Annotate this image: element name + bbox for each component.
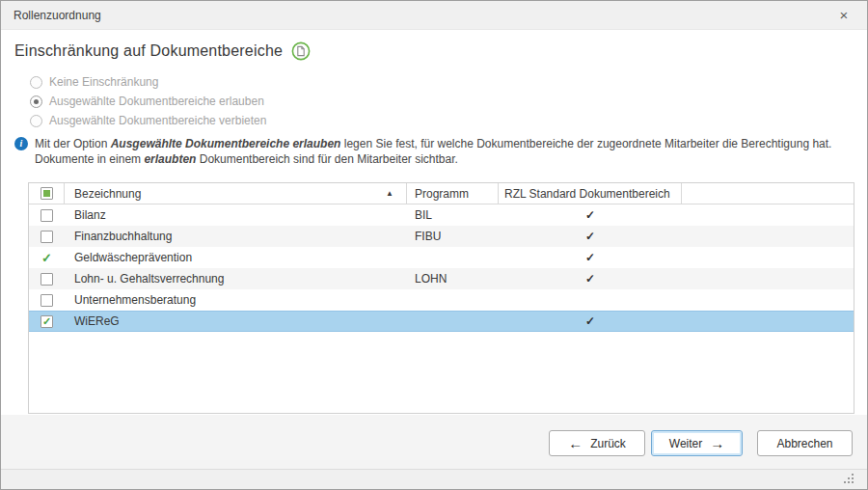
select-all-checkbox[interactable] bbox=[41, 187, 53, 200]
document-circle-icon bbox=[291, 41, 311, 61]
row-bezeichnung: WiEReG bbox=[65, 311, 407, 332]
cancel-button[interactable]: Abbrechen bbox=[757, 430, 853, 456]
row-selection-cell[interactable] bbox=[29, 226, 65, 247]
row-rzl-cell bbox=[499, 289, 682, 311]
row-filler bbox=[682, 268, 854, 289]
rollenzuordnung-dialog: Rollenzuordnung × Einschränkung auf Doku… bbox=[0, 0, 868, 490]
title-bar[interactable]: Rollenzuordnung × bbox=[1, 1, 867, 30]
row-rzl-cell: ✓ bbox=[499, 247, 682, 268]
page-title: Einschränkung auf Dokumentbereiche bbox=[14, 42, 283, 60]
radio-label: Ausgewählte Dokumentbereiche verbieten bbox=[49, 114, 266, 127]
radio-label: Keine Einschränkung bbox=[49, 75, 158, 89]
row-selection-cell[interactable]: ✓ bbox=[29, 247, 65, 268]
back-button[interactable]: ← Zurück bbox=[549, 430, 645, 456]
arrow-right-icon: → bbox=[710, 436, 724, 450]
restriction-radio-group: Keine Einschränkung Ausgewählte Dokument… bbox=[30, 72, 266, 130]
header-filler bbox=[682, 183, 854, 204]
row-checkbox[interactable] bbox=[41, 294, 53, 307]
row-rzl-cell: ✓ bbox=[499, 311, 682, 332]
radio-option-keine-einschraenkung[interactable]: Keine Einschränkung bbox=[30, 72, 266, 92]
rzl-checkmark-icon: ✓ bbox=[585, 230, 595, 243]
rzl-checkmark-icon: ✓ bbox=[585, 208, 595, 222]
header-bezeichnung[interactable]: Bezeichnung ▲ bbox=[65, 183, 407, 204]
row-bezeichnung: Unternehmensberatung bbox=[65, 289, 407, 311]
row-checkbox[interactable] bbox=[41, 273, 53, 286]
table-row[interactable]: Bilanz BIL ✓ bbox=[29, 204, 854, 226]
header-programm[interactable]: Programm bbox=[407, 183, 499, 204]
row-programm bbox=[407, 311, 499, 332]
table-row[interactable]: Unternehmensberatung bbox=[29, 289, 854, 311]
info-text: Mit der Option Ausgewählte Dokumentberei… bbox=[35, 136, 831, 167]
table-row[interactable]: Finanzbuchhaltung FIBU ✓ bbox=[29, 226, 854, 247]
row-checkbox[interactable]: ✓ bbox=[41, 252, 53, 264]
radio-selected-icon bbox=[30, 95, 42, 108]
radio-unselected-icon bbox=[30, 115, 42, 127]
row-filler bbox=[682, 226, 854, 247]
row-filler bbox=[682, 247, 854, 268]
row-checkbox[interactable]: ✓ bbox=[41, 315, 53, 328]
row-bezeichnung: Finanzbuchhaltung bbox=[65, 226, 407, 247]
row-bezeichnung: Geldwäscheprävention bbox=[65, 247, 407, 268]
row-rzl-cell: ✓ bbox=[499, 204, 682, 226]
radio-option-verbieten[interactable]: Ausgewählte Dokumentbereiche verbieten bbox=[30, 111, 266, 130]
table-row[interactable]: Lohn- u. Gehaltsverrechnung LOHN ✓ bbox=[29, 268, 854, 289]
row-filler bbox=[682, 204, 854, 226]
row-bezeichnung: Bilanz bbox=[65, 204, 407, 226]
table-header: Bezeichnung ▲ Programm RZL Standard Doku… bbox=[29, 183, 854, 204]
row-checkbox[interactable] bbox=[41, 209, 53, 222]
info-line-2: Dokumente in einem erlaubten Dokumentber… bbox=[35, 151, 831, 167]
sort-asc-icon: ▲ bbox=[386, 189, 393, 198]
row-programm bbox=[407, 289, 499, 311]
row-rzl-cell: ✓ bbox=[499, 226, 682, 247]
row-filler bbox=[682, 311, 854, 332]
info-line-1: Mit der Option Ausgewählte Dokumentberei… bbox=[35, 136, 831, 151]
row-rzl-cell: ✓ bbox=[499, 268, 682, 289]
resize-grip-icon[interactable] bbox=[844, 474, 854, 483]
rzl-checkmark-icon: ✓ bbox=[585, 272, 595, 286]
dokumentbereiche-table: Bezeichnung ▲ Programm RZL Standard Doku… bbox=[28, 182, 854, 414]
table-row[interactable]: ✓ WiEReG ✓ bbox=[29, 311, 854, 332]
row-programm: BIL bbox=[407, 204, 499, 226]
close-icon[interactable]: × bbox=[832, 1, 855, 30]
header-rzl-standard[interactable]: RZL Standard Dokumentbereich bbox=[499, 183, 682, 204]
row-selection-cell[interactable] bbox=[29, 204, 65, 226]
row-selection-cell[interactable]: ✓ bbox=[29, 311, 65, 332]
radio-label: Ausgewählte Dokumentbereiche erlauben bbox=[49, 95, 264, 108]
radio-unselected-icon bbox=[30, 76, 42, 89]
footer-buttons: ← Zurück Weiter → Abbrechen bbox=[549, 430, 853, 456]
window-title: Rollenzuordnung bbox=[14, 1, 101, 30]
radio-option-erlauben[interactable]: Ausgewählte Dokumentbereiche erlauben bbox=[30, 92, 266, 111]
status-bar bbox=[1, 469, 867, 489]
row-programm: FIBU bbox=[407, 226, 499, 247]
section-heading: Einschränkung auf Dokumentbereiche bbox=[14, 41, 311, 61]
table-row[interactable]: ✓ Geldwäscheprävention ✓ bbox=[29, 247, 854, 268]
row-filler bbox=[682, 289, 854, 311]
row-selection-cell[interactable] bbox=[29, 268, 65, 289]
info-icon: i bbox=[14, 137, 28, 150]
row-programm: LOHN bbox=[407, 268, 499, 289]
row-selection-cell[interactable] bbox=[29, 289, 65, 311]
header-selection-cell[interactable] bbox=[29, 183, 65, 204]
table-body: Bilanz BIL ✓ Finanzbuchhaltung FIBU ✓ ✓ … bbox=[29, 204, 854, 413]
arrow-left-icon: ← bbox=[568, 436, 583, 450]
row-programm bbox=[407, 247, 499, 268]
info-note: i Mit der Option Ausgewählte Dokumentber… bbox=[14, 136, 854, 167]
rzl-checkmark-icon: ✓ bbox=[585, 251, 595, 264]
row-bezeichnung: Lohn- u. Gehaltsverrechnung bbox=[65, 268, 407, 289]
row-checkbox[interactable] bbox=[41, 231, 53, 243]
next-button[interactable]: Weiter → bbox=[651, 430, 743, 456]
rzl-checkmark-icon: ✓ bbox=[585, 314, 595, 328]
